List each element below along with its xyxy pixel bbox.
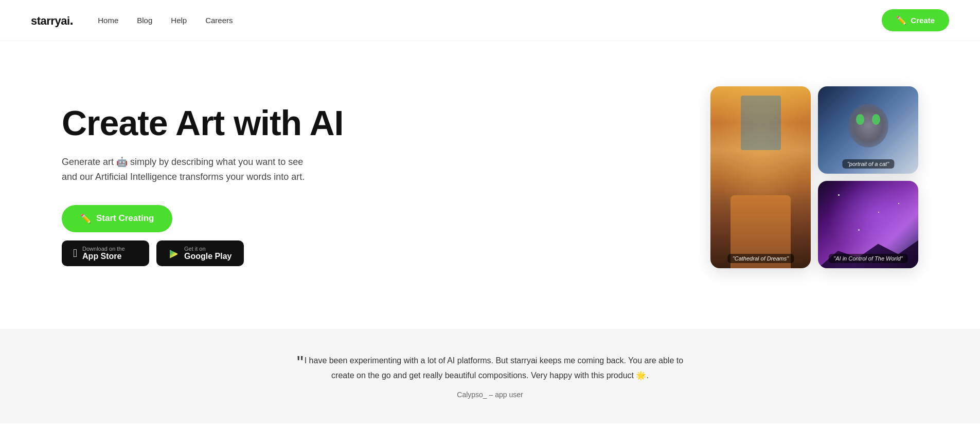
app-store-text: Download on the App Store (82, 246, 125, 261)
hero-art-grid: "Cathedral of Dreams" "portrait of a cat… (710, 86, 918, 268)
app-store-small-label: Download on the (82, 246, 125, 252)
app-store-large-label: App Store (82, 252, 125, 261)
start-creating-label: Start Creating (96, 213, 154, 224)
navbar: starryai. Home Blog Help Careers ✏️ Crea… (0, 0, 980, 41)
art-card-cathedral-label: "Cathedral of Dreams" (727, 254, 794, 263)
logo-text: starryai (31, 14, 70, 27)
hero-section: Create Art with AI Generate art 🤖 simply… (0, 41, 980, 329)
nav-link-blog[interactable]: Blog (137, 16, 152, 25)
start-pencil-icon: ✏️ (80, 213, 91, 224)
create-button[interactable]: ✏️ Create (882, 9, 949, 31)
start-creating-button[interactable]: ✏️ Start Creating (62, 205, 172, 232)
nav-left: starryai. Home Blog Help Careers (31, 12, 233, 28)
create-pencil-icon: ✏️ (896, 15, 906, 25)
art-card-galaxy-label: "AI in Control of The World" (828, 254, 907, 263)
google-play-large-label: Google Play (184, 252, 231, 261)
logo-dot: . (70, 12, 74, 28)
nav-link-careers[interactable]: Careers (205, 16, 233, 25)
hero-left: Create Art with AI Generate art 🤖 simply… (62, 104, 343, 266)
testimonial-quote: "I have been experimenting with a lot of… (290, 354, 691, 383)
store-buttons:  Download on the App Store ▶ Get it on … (62, 240, 343, 266)
create-button-label: Create (911, 16, 935, 25)
open-quote-mark: " (297, 352, 304, 374)
logo: starryai. (31, 12, 73, 28)
hero-title: Create Art with AI (62, 104, 343, 142)
google-play-button[interactable]: ▶ Get it on Google Play (156, 240, 244, 266)
testimonial-quote-text: I have been experimenting with a lot of … (305, 356, 683, 380)
play-icon: ▶ (168, 248, 179, 259)
testimonial-author: Calypso_ – app user (31, 391, 949, 399)
nav-links: Home Blog Help Careers (98, 16, 233, 25)
art-card-cathedral: "Cathedral of Dreams" (710, 86, 811, 268)
art-card-cat: "portrait of a cat" (818, 86, 918, 174)
testimonial-section: "I have been experimenting with a lot of… (0, 329, 980, 423)
hero-subtitle: Generate art 🤖 simply by describing what… (62, 155, 309, 184)
apple-icon:  (73, 247, 77, 260)
google-play-text: Get it on Google Play (184, 246, 231, 261)
google-play-triangle-icon: ▶ (170, 247, 177, 259)
nav-link-home[interactable]: Home (98, 16, 118, 25)
hero-buttons: ✏️ Start Creating  Download on the App … (62, 205, 343, 266)
art-card-galaxy: "AI in Control of The World" (818, 181, 918, 268)
nav-link-help[interactable]: Help (171, 16, 187, 25)
google-play-small-label: Get it on (184, 246, 231, 252)
art-card-cat-label: "portrait of a cat" (842, 159, 894, 169)
app-store-button[interactable]:  Download on the App Store (62, 240, 149, 266)
